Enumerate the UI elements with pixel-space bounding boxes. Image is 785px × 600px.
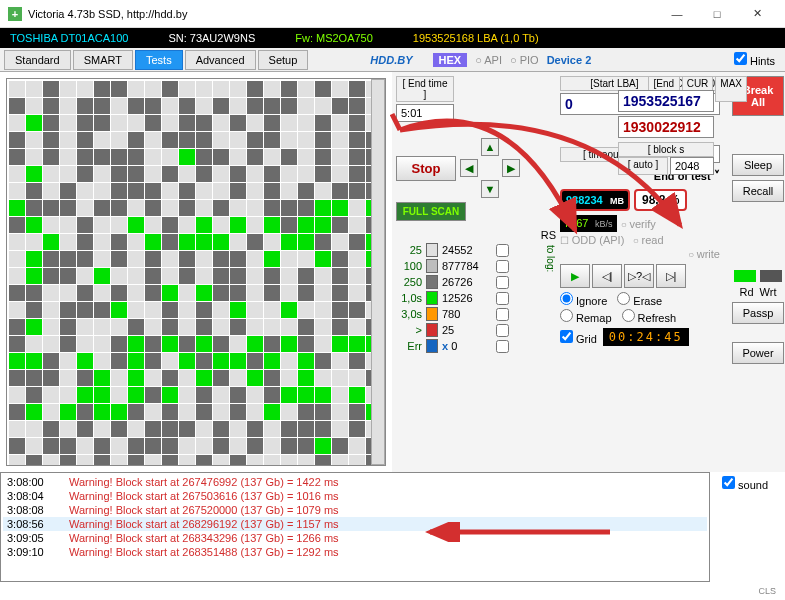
log-row: 3:08:56Warning! Block start at 268296192… <box>3 517 707 531</box>
drive-sn: SN: 73AU2W9NS <box>168 32 255 44</box>
rs-label: RS <box>541 229 556 241</box>
ignore-radio[interactable]: Ignore <box>560 292 607 307</box>
scan-grid-area <box>0 72 392 472</box>
odd-check[interactable]: ☐ ODD (API) ○ read <box>560 234 720 246</box>
auto-label: [ auto ] <box>618 157 668 175</box>
dpad-down[interactable]: ▼ <box>481 180 499 198</box>
endtime-label: [ End time ] <box>396 76 454 102</box>
control-panel: [ End time ] Stop ▲ ◀ ▶ ▼ FULL SCAN RS <box>392 72 785 472</box>
legend-row[interactable]: Errx 0 <box>396 339 545 353</box>
device-select[interactable]: Device 2 <box>547 54 592 66</box>
dpad-up[interactable]: ▲ <box>481 138 499 156</box>
rdwrt-indicator <box>734 270 782 282</box>
hex-button[interactable]: HEX <box>433 53 468 67</box>
hints-check[interactable]: Hints <box>734 52 775 67</box>
block-label: [ block s <box>618 142 714 157</box>
tab-setup[interactable]: Setup <box>258 50 309 70</box>
drive-model: TOSHIBA DT01ACA100 <box>10 32 128 44</box>
legend-row[interactable]: 25026726 <box>396 275 545 289</box>
pct-display: 98,8 % <box>634 189 687 211</box>
window-title: Victoria 4.73b SSD, http://hdd.by <box>28 8 657 20</box>
passp-button[interactable]: Passp <box>732 302 784 324</box>
endlba-input[interactable] <box>618 90 714 112</box>
tolog-label: to log: <box>545 241 556 355</box>
dpad-right[interactable]: ▶ <box>502 159 520 177</box>
legend-row[interactable]: 1,0s12526 <box>396 291 545 305</box>
api-radio[interactable]: ○ API <box>475 54 502 66</box>
legend-row[interactable]: 3,0s780 <box>396 307 545 321</box>
tab-tests[interactable]: Tests <box>135 50 183 70</box>
tab-advanced[interactable]: Advanced <box>185 50 256 70</box>
legend-row[interactable]: 2524552 <box>396 243 545 257</box>
sound-check[interactable]: sound <box>722 476 768 491</box>
log-row: 3:08:08Warning! Block start at 267520000… <box>3 503 707 517</box>
kbs-display: 7967 kB/s <box>560 215 617 232</box>
write-radio[interactable]: ○ write <box>560 248 720 260</box>
legend-row[interactable]: 100877784 <box>396 259 545 273</box>
minimize-button[interactable]: — <box>657 0 697 28</box>
drive-fw: Fw: MS2OA750 <box>295 32 373 44</box>
power-button[interactable]: Power <box>732 342 784 364</box>
legend-row[interactable]: >25 <box>396 323 545 337</box>
fullscan-button[interactable]: FULL SCAN <box>396 202 466 221</box>
tab-bar: Standard SMART Tests Advanced Setup HDD.… <box>0 48 785 72</box>
remap-radio[interactable]: Remap <box>560 309 612 324</box>
close-button[interactable]: ✕ <box>737 0 777 28</box>
block-input[interactable] <box>670 157 714 175</box>
sidebar: BreakAll Sleep Recall RdWrt Passp Power <box>728 76 785 468</box>
hddby-label: HDD.BY <box>370 54 412 66</box>
titlebar: + Victoria 4.73b SSD, http://hdd.by — □ … <box>0 0 785 28</box>
log-row: 3:09:10Warning! Block start at 268351488… <box>3 545 707 559</box>
seek-button[interactable]: ▷?◁ <box>624 264 654 288</box>
prev-button[interactable]: ◁| <box>592 264 622 288</box>
grid-check[interactable]: Grid <box>560 330 597 345</box>
play-button[interactable]: ▶ <box>560 264 590 288</box>
app-icon: + <box>8 7 22 21</box>
mb-display: 988234 MB <box>560 189 630 211</box>
timer-display: 00:24:45 <box>603 328 689 346</box>
log-row: 3:08:04Warning! Block start at 267503616… <box>3 489 707 503</box>
tab-standard[interactable]: Standard <box>4 50 71 70</box>
log-area[interactable]: 3:08:00Warning! Block start at 267476992… <box>0 472 710 582</box>
log-row: 3:09:05Warning! Block start at 268343296… <box>3 531 707 545</box>
sleep-button[interactable]: Sleep <box>732 154 784 176</box>
timing-legend: RS 2524552100877784250267261,0s125263,0s… <box>396 229 556 355</box>
grid-scrollbar[interactable] <box>371 79 385 465</box>
pos-input[interactable] <box>618 116 714 138</box>
drive-lba: 1953525168 LBA (1,0 Tb) <box>413 32 539 44</box>
scan-grid <box>7 79 385 466</box>
tab-smart[interactable]: SMART <box>73 50 133 70</box>
dpad: ▲ ◀ ▶ ▼ <box>460 138 520 198</box>
refresh-radio[interactable]: Refresh <box>622 309 677 324</box>
pio-radio[interactable]: ○ PIO <box>510 54 539 66</box>
log-row: 3:08:00Warning! Block start at 267476992… <box>3 475 707 489</box>
verify-radio[interactable]: ○ verify <box>621 218 656 230</box>
cls-button[interactable]: CLS <box>758 586 776 596</box>
drive-info-bar: TOSHIBA DT01ACA100 SN: 73AU2W9NS Fw: MS2… <box>0 28 785 48</box>
max-button[interactable]: MAX <box>715 76 747 102</box>
erase-radio[interactable]: Erase <box>617 292 662 307</box>
recall-button[interactable]: Recall <box>732 180 784 202</box>
maximize-button[interactable]: □ <box>697 0 737 28</box>
next-button[interactable]: ▷| <box>656 264 686 288</box>
dpad-left[interactable]: ◀ <box>460 159 478 177</box>
endtime-input[interactable] <box>396 104 454 122</box>
stop-button[interactable]: Stop <box>396 156 456 181</box>
